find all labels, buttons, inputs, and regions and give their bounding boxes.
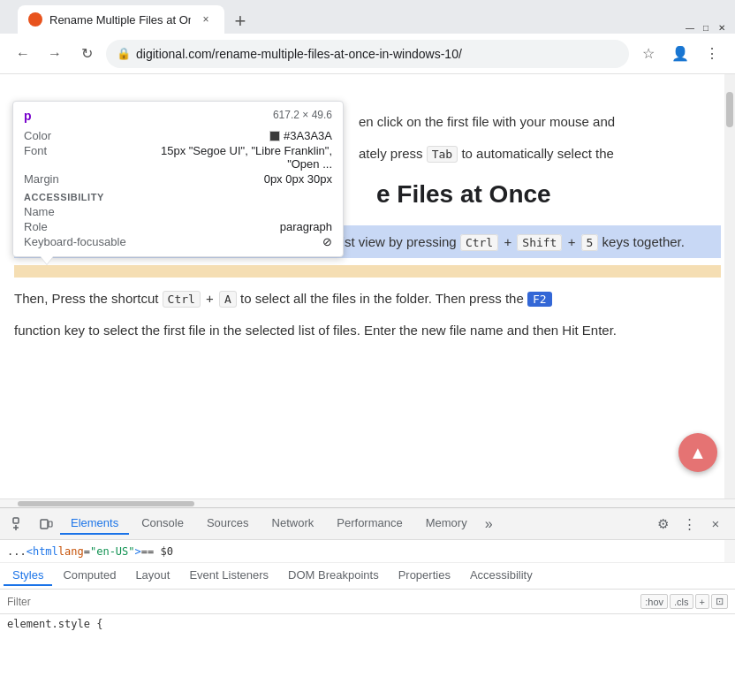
tab-key: Tab: [427, 146, 458, 163]
five-key: 5: [581, 234, 599, 251]
hov-button[interactable]: :hov: [640, 594, 668, 609]
devtools-styles-tabs: Styles Computed Layout Event Listeners D…: [0, 563, 735, 590]
devtools-tab-sources[interactable]: Sources: [196, 513, 260, 535]
tooltip-keyboard-value: ⊘: [322, 235, 332, 248]
html-close: >: [135, 545, 141, 558]
page-heading: e Files at Once: [376, 175, 721, 215]
address-bar: ← → ↻ 🔒 digitional.com/rename-multiple-f…: [0, 34, 735, 74]
lock-icon: 🔒: [117, 47, 131, 60]
devtools-actions: ⚙ ⋮ ×: [650, 512, 728, 536]
ctrl-key-1: Ctrl: [460, 234, 498, 251]
tooltip-role-value: paragraph: [280, 220, 332, 233]
a-key: A: [219, 291, 237, 308]
devtools-tab-console[interactable]: Console: [131, 513, 194, 535]
accessibility-section-title: ACCESSIBILITY: [24, 192, 332, 202]
forward-button[interactable]: →: [42, 42, 67, 66]
ctrl-key-2: Ctrl: [163, 291, 201, 308]
devtools-inspect-button[interactable]: [7, 512, 32, 536]
devtools-tab-network[interactable]: Network: [261, 513, 325, 535]
page-para-3: Then, Press the shortcut Ctrl + A to sel…: [14, 288, 721, 309]
page-content: p 617.2 × 49.6 Color #3A3A3A Font 15px "…: [0, 74, 735, 498]
tooltip-tag: p: [24, 109, 32, 123]
horizontal-scrollbar-thumb[interactable]: [18, 501, 194, 506]
styles-tab-dom[interactable]: DOM Breakpoints: [279, 566, 388, 586]
tooltip-font-value: 15px "Segoe UI", "Libre Franklin", "Open…: [130, 144, 332, 171]
devtools-device-button[interactable]: [34, 512, 58, 536]
filter-buttons: :hov .cls + ⊡: [640, 594, 728, 609]
close-button[interactable]: ✕: [716, 21, 728, 34]
svg-rect-4: [49, 521, 52, 527]
html-tag: <html: [27, 545, 58, 558]
svg-rect-3: [41, 520, 48, 529]
styles-tab-styles[interactable]: Styles: [4, 566, 52, 586]
active-tab[interactable]: Rename Multiple Files at Once i... ×: [18, 5, 224, 34]
styles-tab-computed[interactable]: Computed: [54, 566, 125, 586]
profile-button[interactable]: 👤: [668, 42, 693, 66]
devtools-tab-performance[interactable]: Performance: [326, 513, 413, 535]
styles-tab-event[interactable]: Event Listeners: [180, 566, 277, 586]
url-box[interactable]: 🔒 digitional.com/rename-multiple-files-a…: [106, 40, 629, 68]
tab-title: Rename Multiple Files at Once i...: [49, 13, 191, 27]
devtools-code-area: element.style {: [0, 614, 735, 684]
page-para-2: ately press Tab to automatically select …: [359, 143, 721, 164]
html-attr-name: lang: [58, 545, 84, 558]
devtools-tab-memory[interactable]: Memory: [415, 513, 478, 535]
menu-button[interactable]: ⋮: [700, 42, 724, 66]
reload-button[interactable]: ↻: [74, 42, 99, 66]
bookmark-button[interactable]: ☆: [636, 42, 661, 66]
layout-button[interactable]: ⊡: [711, 594, 728, 609]
devtools-html-bar: ... <html lang = "en-US" > == $0: [0, 540, 735, 563]
color-swatch: [269, 131, 280, 141]
tooltip-role-label: Role: [24, 220, 130, 233]
back-button[interactable]: ←: [11, 42, 35, 66]
devtools-right-scrollbar[interactable]: [724, 540, 735, 562]
devtools-more-tabs-button[interactable]: »: [481, 514, 496, 534]
horizontal-scrollbar[interactable]: [0, 498, 735, 507]
f2-badge: F2: [527, 292, 552, 307]
html-attr-val: "en-US": [90, 545, 135, 558]
html-attr-eq: =: [84, 545, 90, 558]
plus-button[interactable]: +: [695, 594, 709, 609]
tooltip-margin-value: 0px 0px 30px: [264, 172, 332, 186]
devtools-tab-bar: Elements Console Sources Network Perform…: [0, 508, 735, 540]
page-scrollbar[interactable]: [724, 74, 735, 498]
tooltip-font-label: Font: [24, 144, 130, 171]
devtools-tab-elements[interactable]: Elements: [60, 513, 129, 535]
svg-rect-0: [13, 518, 19, 523]
highlight-orange-bar: [14, 265, 721, 278]
html-equals: == $0: [141, 545, 173, 558]
tab-close-button[interactable]: ×: [198, 11, 214, 27]
devtools-settings-button[interactable]: ⚙: [650, 512, 675, 536]
title-bar: Rename Multiple Files at Once i... × + —…: [0, 0, 735, 34]
tooltip-arrow-inner: [41, 256, 53, 264]
shift-key: Shift: [517, 234, 562, 251]
scroll-to-top-button[interactable]: ▲: [678, 433, 717, 472]
styles-tab-accessibility[interactable]: Accessibility: [461, 566, 542, 586]
styles-tab-layout[interactable]: Layout: [126, 566, 178, 586]
scrollbar-thumb[interactable]: [726, 92, 733, 127]
element-tooltip: p 617.2 × 49.6 Color #3A3A3A Font 15px "…: [12, 101, 344, 257]
tooltip-keyboard-label: Keyboard-focusable: [24, 235, 130, 248]
filter-input[interactable]: [7, 596, 637, 608]
html-bar-dots: ...: [7, 545, 27, 558]
url-text: digitional.com/rename-multiple-files-at-…: [136, 47, 618, 61]
tooltip-color-label: Color: [24, 129, 130, 142]
new-tab-button[interactable]: +: [228, 9, 253, 34]
devtools-panel: Elements Console Sources Network Perform…: [0, 507, 735, 684]
cls-button[interactable]: .cls: [670, 594, 693, 609]
devtools-menu-button[interactable]: ⋮: [677, 512, 701, 536]
page-para-1: en click on the first file with your mou…: [359, 111, 721, 133]
styles-tab-properties[interactable]: Properties: [390, 566, 459, 586]
tab-favicon: [28, 12, 42, 27]
tooltip-margin-label: Margin: [24, 172, 130, 186]
devtools-filter-bar: :hov .cls + ⊡: [0, 590, 735, 614]
tooltip-name-label: Name: [24, 205, 130, 218]
tooltip-color-value: #3A3A3A: [269, 129, 332, 142]
devtools-close-button[interactable]: ×: [703, 512, 728, 536]
page-para-4: function key to select the first file in…: [14, 320, 721, 341]
maximize-button[interactable]: □: [700, 21, 712, 34]
tooltip-size: 617.2 × 49.6: [273, 109, 332, 123]
minimize-button[interactable]: —: [684, 21, 696, 34]
